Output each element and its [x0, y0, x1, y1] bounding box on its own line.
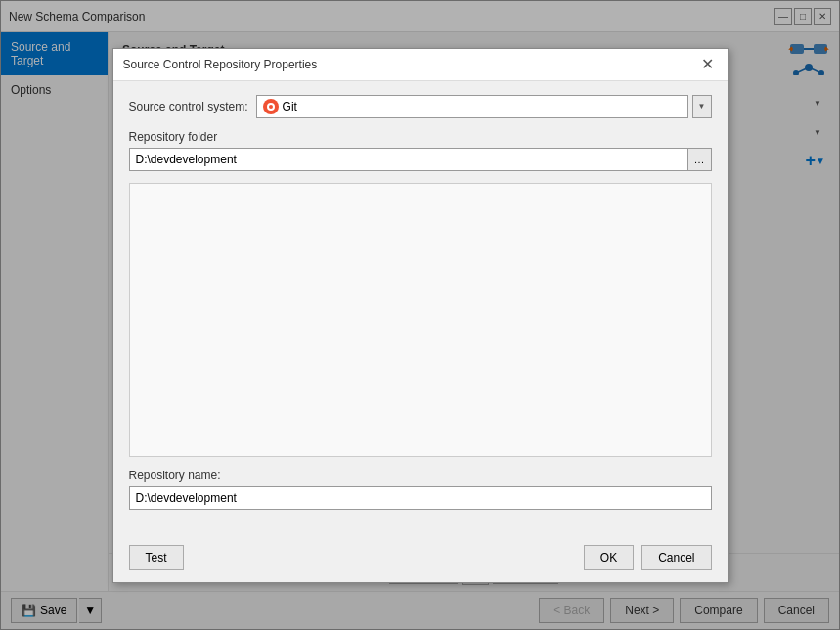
- folder-browse-button[interactable]: …: [688, 148, 712, 171]
- test-button[interactable]: Test: [129, 545, 184, 570]
- git-logo-icon: [263, 99, 279, 114]
- modal-footer-right: OK Cancel: [584, 545, 712, 570]
- source-control-row: Source control system: Git ▼: [129, 95, 712, 118]
- main-window: New Schema Comparison — □ ✕ Source and T…: [0, 0, 840, 630]
- modal-title-bar: Source Control Repository Properties ✕: [113, 49, 728, 81]
- modal-title: Source Control Repository Properties: [123, 58, 318, 71]
- modal-overlay: Source Control Repository Properties ✕ S…: [0, 0, 840, 630]
- source-control-label: Source control system:: [129, 100, 248, 113]
- modal-body: Source control system: Git ▼: [113, 81, 728, 537]
- modal-footer: Test OK Cancel: [113, 537, 728, 582]
- ok-button[interactable]: OK: [584, 545, 634, 570]
- source-control-dropdown[interactable]: ▼: [692, 95, 712, 118]
- modal-footer-left: Test: [129, 545, 184, 570]
- repo-folder-label: Repository folder: [129, 130, 712, 144]
- folder-input[interactable]: [129, 148, 688, 171]
- folder-row: …: [129, 148, 712, 171]
- large-empty-area: [129, 183, 712, 457]
- repo-name-input[interactable]: [129, 486, 712, 510]
- modal-dialog: Source Control Repository Properties ✕ S…: [112, 48, 729, 583]
- modal-close-button[interactable]: ✕: [698, 55, 718, 74]
- repo-name-label: Repository name:: [129, 469, 712, 482]
- modal-cancel-button[interactable]: Cancel: [641, 545, 711, 570]
- source-control-value: Git: [283, 100, 297, 113]
